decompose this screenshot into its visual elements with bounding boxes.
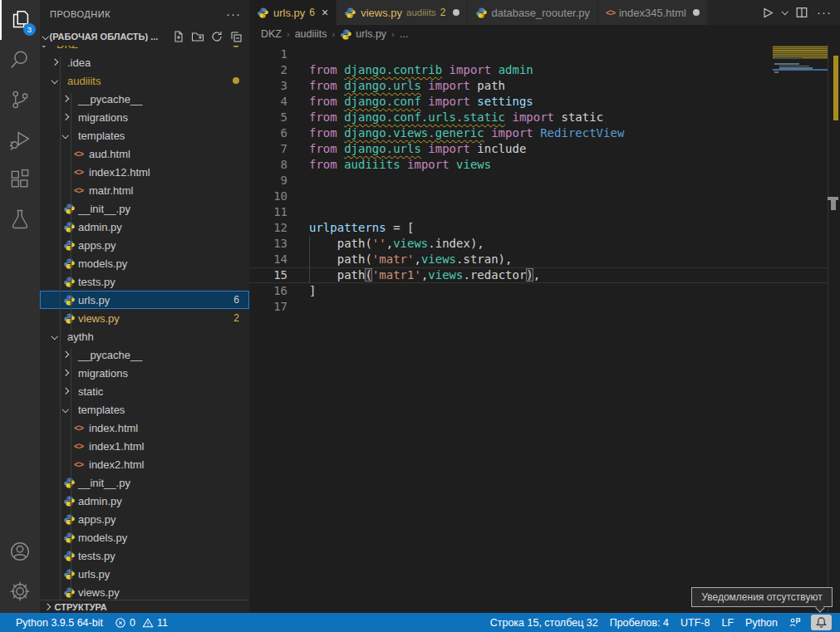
new-folder-icon[interactable]	[191, 30, 204, 43]
account-icon[interactable]	[0, 532, 40, 571]
chevron-down-icon	[42, 33, 49, 40]
tree-item-label: index1.html	[89, 440, 144, 453]
code-line-12: 12urlpatterns = [	[249, 220, 840, 236]
breadcrumb-item-audiiits[interactable]: audiiits	[295, 28, 327, 40]
tree-item-label: aythh	[67, 331, 94, 343]
indent-guide	[71, 93, 71, 331]
status-language-mode[interactable]: Python	[739, 617, 784, 629]
modified-dot-icon	[233, 77, 239, 84]
code-line-5: 5from django.conf.urls.static import sta…	[249, 110, 840, 125]
tree-item-label: index12.html	[89, 166, 150, 179]
notifications-item[interactable]	[806, 615, 835, 630]
tree-item-.idea[interactable]: .idea	[40, 53, 249, 71]
explorer-title: ПРОВОДНИК	[50, 9, 111, 19]
html-file-icon: <>	[74, 149, 89, 159]
minimap-current-line	[773, 69, 828, 71]
minimap[interactable]	[773, 43, 828, 613]
editor-group: urls.py6×views.pyaudiiits2database_roout…	[249, 0, 840, 613]
file-tree: DKZ.ideaaudiiits__pycache__migrationstem…	[40, 46, 249, 600]
testing-icon[interactable]	[0, 199, 40, 239]
tab-views.py[interactable]: views.pyaudiiits2	[336, 0, 467, 25]
tab-label: index345.html	[619, 7, 686, 19]
tree-item-DKZ[interactable]: DKZ	[40, 46, 249, 53]
outline-section-header[interactable]: СТРУКТУРА	[40, 600, 249, 613]
tab-index345.html[interactable]: <>index345.html	[598, 0, 708, 25]
line-number: 13	[249, 236, 287, 252]
modified-dot-icon[interactable]	[453, 9, 459, 16]
chevron-right-icon	[62, 388, 69, 394]
feedback-item[interactable]	[784, 616, 806, 629]
run-dropdown-chevron-icon[interactable]	[781, 8, 788, 15]
tree-item-label: aud.html	[89, 148, 130, 160]
html-file-icon: <>	[74, 167, 89, 177]
breadcrumb-item-urls.py[interactable]: urls.py	[340, 28, 386, 41]
tab-database_roouter.py[interactable]: database_roouter.py	[468, 0, 599, 25]
status-encoding[interactable]: UTF-8	[675, 617, 715, 629]
problems-indicator[interactable]: 0 11	[109, 613, 174, 632]
tree-item-label: migrations	[78, 111, 128, 124]
indent-guide	[60, 56, 61, 600]
run-python-file-icon[interactable]	[760, 6, 774, 20]
line-number: 12	[249, 220, 287, 236]
chevron-right-icon	[62, 114, 69, 120]
tree-item-label: index.html	[89, 422, 138, 434]
tree-item-label: apps.py	[78, 239, 116, 252]
tab-urls.py[interactable]: urls.py6×	[249, 0, 336, 25]
python-file-icon	[257, 7, 269, 19]
html-file-icon: <>	[606, 7, 615, 17]
split-editor-icon[interactable]	[795, 6, 808, 19]
tab-label: urls.py	[273, 7, 305, 19]
breadcrumb-item-...[interactable]: ...	[400, 28, 408, 40]
chevron-down-icon	[41, 46, 47, 47]
code-line-6: 6from django.views.generic import Redire…	[249, 125, 840, 141]
more-actions-icon[interactable]: ···	[817, 8, 832, 17]
refresh-icon[interactable]	[210, 30, 224, 43]
python-file-icon	[344, 7, 356, 19]
tree-item-label: views.py	[78, 312, 120, 325]
chevron-right-icon	[62, 370, 69, 376]
status-eol[interactable]: LF	[715, 617, 739, 629]
code-editor[interactable]: 12from django.contrib import admin3from …	[249, 43, 840, 613]
tree-item-label: admin.py	[78, 221, 122, 233]
explorer-icon[interactable]: 3	[0, 0, 40, 40]
workspace-label: (РАБОЧАЯ ОБЛАСТЬ) ...	[50, 32, 159, 42]
tree-item-label: matr.html	[89, 184, 133, 197]
tree-item-label: .idea	[67, 56, 91, 69]
feedback-icon	[788, 616, 801, 629]
code-line-14: 14 path('matr',views.stran),	[249, 252, 840, 267]
tab-label: database_roouter.py	[492, 7, 591, 19]
breadcrumb-item-DKZ[interactable]: DKZ	[261, 28, 282, 40]
workspace-header[interactable]: (РАБОЧАЯ ОБЛАСТЬ) ...	[40, 27, 249, 46]
run-debug-icon[interactable]	[0, 120, 40, 159]
error-icon	[115, 617, 126, 629]
explorer-more-icon[interactable]: ···	[226, 10, 241, 18]
status-indentation[interactable]: Пробелов: 4	[604, 617, 675, 629]
chevron-down-icon	[62, 406, 69, 413]
close-icon[interactable]: ×	[322, 6, 328, 19]
source-control-icon[interactable]	[0, 80, 40, 120]
editor-actions: ···	[752, 0, 840, 25]
code-line-15: 15 path('matr1',views.redactor),	[249, 267, 840, 283]
collapse-all-icon[interactable]	[229, 30, 243, 43]
status-cursor-position[interactable]: Строка 15, столбец 32	[484, 617, 604, 629]
activity-bar: 3	[0, 0, 40, 613]
python-file-icon	[475, 7, 488, 19]
line-number: 16	[249, 283, 287, 299]
html-file-icon: <>	[74, 441, 89, 451]
extensions-icon[interactable]	[0, 159, 40, 199]
modified-dot-icon[interactable]	[693, 9, 700, 16]
tree-item-label: __pycache__	[78, 349, 142, 361]
python-interpreter[interactable]: Python 3.9.5 64-bit	[10, 613, 109, 632]
new-file-icon[interactable]	[172, 30, 185, 43]
tree-item-label: __init__.py	[78, 477, 130, 489]
tree-item-audiiits[interactable]: audiiits	[40, 71, 249, 90]
line-number: 7	[249, 141, 287, 157]
search-icon[interactable]	[0, 40, 40, 80]
python-file-icon	[340, 28, 352, 41]
activity-bar-bottom	[0, 532, 40, 611]
tree-item-label: views.py	[78, 586, 120, 599]
line-number: 1	[249, 47, 287, 62]
tab-bar: urls.py6×views.pyaudiiits2database_roout…	[249, 0, 840, 25]
settings-gear-icon[interactable]	[0, 571, 40, 611]
line-number: 10	[249, 189, 287, 204]
